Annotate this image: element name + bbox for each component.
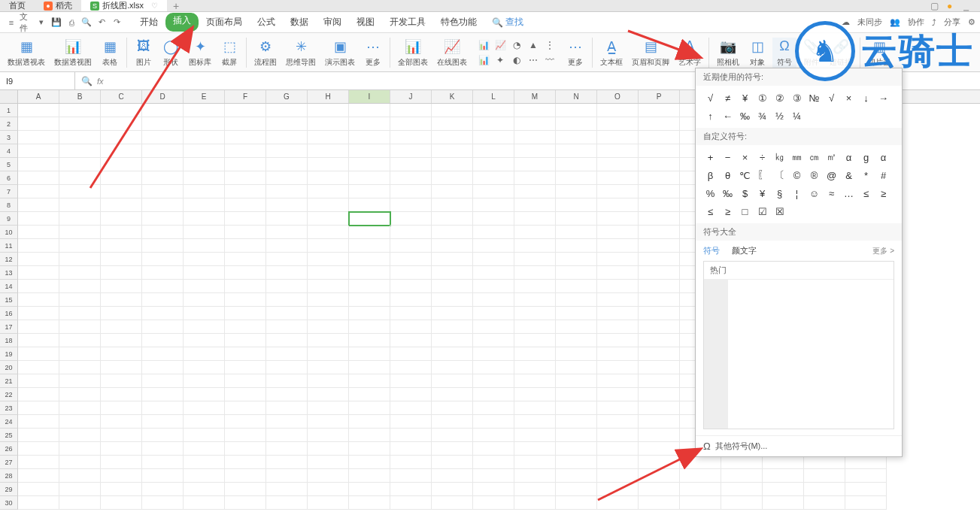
cell[interactable]	[266, 442, 308, 456]
symbol-item[interactable]: ¼	[788, 107, 806, 125]
cell[interactable]	[639, 117, 680, 131]
cell[interactable]	[597, 239, 639, 253]
cell[interactable]	[225, 374, 266, 388]
cell[interactable]	[18, 158, 59, 171]
cell[interactable]	[349, 320, 390, 334]
cell[interactable]	[308, 496, 349, 510]
cell[interactable]	[266, 429, 308, 442]
cell[interactable]	[59, 401, 101, 415]
cell[interactable]	[432, 280, 473, 293]
col-header-O[interactable]: O	[597, 90, 639, 103]
cell[interactable]	[390, 280, 432, 293]
name-box[interactable]: I9	[0, 72, 75, 89]
symbol-item[interactable]: √	[823, 89, 840, 107]
cell[interactable]	[349, 293, 390, 307]
row-header[interactable]: 23	[0, 401, 18, 415]
cell[interactable]	[556, 442, 597, 456]
cell[interactable]	[266, 131, 308, 144]
cell[interactable]	[18, 388, 59, 401]
cell[interactable]	[473, 266, 514, 280]
cell[interactable]	[390, 334, 432, 347]
cell[interactable]	[142, 496, 184, 510]
cell[interactable]	[349, 144, 390, 158]
cell[interactable]	[514, 483, 556, 496]
ribbon-hyperlink[interactable]: 🔗超链接	[827, 38, 855, 68]
cell[interactable]	[184, 144, 225, 158]
cell[interactable]	[432, 117, 473, 131]
cell[interactable]	[473, 239, 514, 253]
cell[interactable]	[266, 361, 308, 374]
cell[interactable]	[266, 415, 308, 429]
cell[interactable]	[266, 307, 308, 320]
symbol-item[interactable]: ‰	[719, 184, 736, 202]
cell[interactable]	[432, 158, 473, 171]
cell[interactable]	[184, 307, 225, 320]
cell[interactable]	[142, 266, 184, 280]
cell[interactable]	[18, 226, 59, 239]
cell[interactable]	[349, 131, 390, 144]
symbol-item[interactable]: 〖	[754, 166, 771, 184]
symbol-item[interactable]: 〔	[771, 166, 788, 184]
cell[interactable]	[597, 483, 639, 496]
cell[interactable]	[390, 104, 432, 117]
cell[interactable]	[59, 198, 101, 212]
row-header[interactable]: 24	[0, 415, 18, 429]
cell[interactable]	[514, 144, 556, 158]
cell[interactable]	[473, 280, 514, 293]
cell[interactable]	[432, 198, 473, 212]
more-chart-icon[interactable]: ⋯	[526, 53, 541, 67]
cell[interactable]	[349, 158, 390, 171]
cell[interactable]	[432, 388, 473, 401]
cell[interactable]	[639, 374, 680, 388]
cell[interactable]	[184, 429, 225, 442]
col-header-B[interactable]: B	[59, 90, 101, 103]
cell[interactable]	[432, 469, 473, 483]
row-header[interactable]: 16	[0, 307, 18, 320]
symbol-item[interactable]: +	[702, 148, 719, 166]
cell[interactable]	[390, 320, 432, 334]
cell[interactable]	[266, 347, 308, 361]
symbol-item[interactable]: −	[719, 148, 736, 166]
cell[interactable]	[18, 266, 59, 280]
cell[interactable]	[390, 171, 432, 185]
cell[interactable]	[556, 429, 597, 442]
cell[interactable]	[721, 483, 763, 496]
cell[interactable]	[225, 185, 266, 198]
cell[interactable]	[390, 442, 432, 456]
col-header-J[interactable]: J	[390, 90, 432, 103]
cell[interactable]	[804, 496, 845, 510]
cell[interactable]	[597, 415, 639, 429]
cell[interactable]	[514, 401, 556, 415]
cell[interactable]	[349, 266, 390, 280]
row-header[interactable]: 21	[0, 374, 18, 388]
symbol-item[interactable]: ©	[788, 166, 806, 184]
cell[interactable]	[225, 483, 266, 496]
cell[interactable]	[142, 442, 184, 456]
cell[interactable]	[59, 374, 101, 388]
cell[interactable]	[225, 415, 266, 429]
symbol-item[interactable]: ☺	[806, 184, 823, 202]
cell[interactable]	[639, 253, 680, 266]
cell[interactable]	[514, 212, 556, 226]
cell[interactable]	[59, 347, 101, 361]
cell[interactable]	[184, 226, 225, 239]
cell[interactable]	[473, 320, 514, 334]
cell[interactable]	[142, 320, 184, 334]
cell[interactable]	[514, 253, 556, 266]
cell[interactable]	[308, 469, 349, 483]
cell[interactable]	[473, 401, 514, 415]
ribbon-attachment[interactable]: 📎附件	[799, 38, 824, 68]
cell[interactable]	[18, 401, 59, 415]
cell[interactable]	[556, 266, 597, 280]
cell[interactable]	[514, 429, 556, 442]
symbol-item[interactable]: →	[875, 89, 892, 107]
settings-icon[interactable]: ⚙	[968, 17, 975, 27]
bar-chart-icon[interactable]: 📊	[476, 38, 491, 52]
cell[interactable]	[390, 456, 432, 469]
cell[interactable]	[639, 185, 680, 198]
col-header-E[interactable]: E	[184, 90, 225, 103]
cell[interactable]	[266, 226, 308, 239]
save-icon[interactable]: 💾	[50, 16, 63, 29]
cell[interactable]	[142, 415, 184, 429]
col-header-A[interactable]: A	[18, 90, 59, 103]
